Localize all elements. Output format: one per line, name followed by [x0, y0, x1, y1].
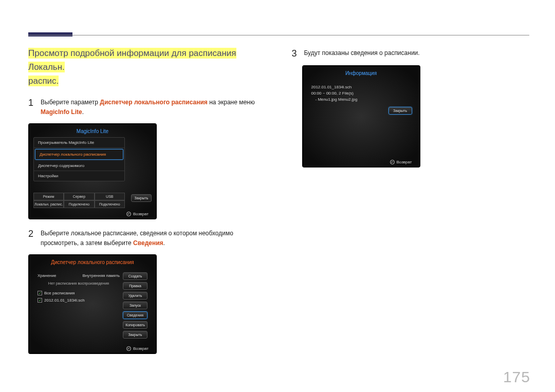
- panel1-item-player[interactable]: Проигрыватель MagicInfo Lite: [34, 138, 124, 148]
- panel3-footer: ↶ Возврат: [307, 158, 415, 164]
- page-number: 175: [503, 368, 530, 386]
- page-content: Просмотр подробной информации для распис…: [28, 46, 529, 371]
- step-1-text: Выберите параметр Диспетчер локального р…: [41, 98, 255, 117]
- status-header-usb: USB: [95, 193, 125, 200]
- panel2-all-schedules[interactable]: ✓ Все расписания: [38, 291, 120, 295]
- step-1-pre: Выберите параметр: [41, 99, 100, 106]
- step-3-number: 3: [292, 48, 304, 59]
- screenshot-local-schedule-manager: Диспетчер локального расписания Хранение…: [28, 254, 157, 354]
- panel1-status-table: Режим Сервер USB Локальн. распис. Подклю…: [33, 193, 125, 208]
- section-title-line1: Просмотр подробной информации для распис…: [28, 48, 236, 72]
- step-2-text: Выберите локальное расписание, сведения …: [41, 229, 266, 248]
- step-1-number: 1: [28, 98, 41, 117]
- header-accent-bar: [28, 32, 72, 36]
- panel2-empty-note: Нет расписания воспроизведения: [38, 281, 120, 286]
- return-icon: ↶: [126, 212, 131, 216]
- screenshot-information: Информация 2012.01.01_1834l.sch 00:00 ~ …: [302, 65, 420, 167]
- panel2-schedule-item[interactable]: ✓ 2012.01.01_1834l.sch: [38, 298, 120, 303]
- panel2-info-button[interactable]: Сведения: [123, 311, 147, 319]
- panel2-item-label: 2012.01.01_1834l.sch: [44, 298, 85, 303]
- panel1-item-content-manager[interactable]: Диспетчер содержимого: [34, 161, 124, 171]
- panel3-title: Информация: [307, 70, 415, 76]
- panel3-line3: - Menu1.jpg Menu2.jpg: [311, 97, 384, 103]
- step-1-post: .: [82, 108, 84, 116]
- status-header-server: Сервер: [64, 193, 94, 200]
- panel2-edit-button[interactable]: Правка: [123, 282, 147, 290]
- step-2-highlight: Сведения: [133, 239, 163, 247]
- checkbox-icon[interactable]: ✓: [38, 291, 42, 295]
- panel1-title: MagicInfo Lite: [33, 128, 152, 134]
- panel2-storage-label: Хранение: [38, 273, 56, 278]
- left-column: Просмотр подробной информации для распис…: [28, 46, 266, 371]
- status-value-usb: Подключено: [95, 200, 125, 208]
- panel2-run-button[interactable]: Запуск: [123, 302, 147, 309]
- panel3-info-text: 2012.01.01_1834l.sch 00:00 ~ 00:00, 2 Fi…: [310, 82, 385, 151]
- step-3: 3 Будут показаны сведения о расписании.: [292, 48, 530, 59]
- status-value-server: Подключено: [64, 200, 94, 208]
- panel2-storage-value: Внутренняя память: [83, 273, 120, 278]
- panel2-return-label[interactable]: Возврат: [133, 346, 149, 351]
- step-2-post: .: [163, 239, 165, 247]
- step-1-highlight: Диспетчер локального расписания: [100, 99, 208, 106]
- panel1-return-label[interactable]: Возврат: [133, 212, 149, 216]
- section-title-line2: распис.: [28, 76, 59, 86]
- panel3-return-label[interactable]: Возврат: [397, 160, 412, 164]
- step-1-highlight2: MagicInfo Lite: [41, 108, 82, 116]
- panel2-close-button[interactable]: Закрыть: [123, 331, 147, 339]
- section-title-wrap: Просмотр подробной информации для распис…: [28, 46, 266, 88]
- right-column: 3 Будут показаны сведения о расписании. …: [292, 46, 530, 371]
- step-3-text: Будут показаны сведения о расписании.: [304, 48, 420, 59]
- panel2-storage-row: Хранение Внутренняя память: [38, 272, 120, 279]
- panel1-close-button[interactable]: Закрыть: [131, 194, 152, 202]
- step-2: 2 Выберите локальное расписание, сведени…: [28, 229, 266, 248]
- panel3-line2: 00:00 ~ 00:00, 2 File(s): [311, 90, 384, 97]
- panel2-create-button[interactable]: Создать: [123, 272, 147, 280]
- panel1-menu: Проигрыватель MagicInfo Lite Диспетчер л…: [33, 137, 125, 181]
- step-1-mid: на экране меню: [208, 99, 255, 106]
- panel3-close-button[interactable]: Закрыть: [388, 107, 412, 115]
- step-2-number: 2: [28, 229, 41, 248]
- panel1-item-settings[interactable]: Настройки: [34, 171, 124, 181]
- header-rule: [28, 35, 529, 35]
- status-header-mode: Режим: [33, 193, 64, 200]
- return-icon: ↶: [390, 160, 395, 164]
- step-1: 1 Выберите параметр Диспетчер локального…: [28, 98, 266, 117]
- screenshot-magicinfo-lite: MagicInfo Lite Проигрыватель MagicInfo L…: [28, 123, 157, 219]
- checkbox-icon[interactable]: ✓: [38, 298, 42, 303]
- status-value-mode: Локальн. распис.: [33, 200, 64, 208]
- panel2-footer: ↶ Возврат: [33, 345, 152, 351]
- panel2-all-label: Все расписания: [44, 291, 75, 295]
- panel2-copy-button[interactable]: Копировать: [123, 321, 147, 329]
- panel3-line1: 2012.01.01_1834l.sch: [311, 84, 384, 90]
- panel1-item-local-schedule-manager[interactable]: Диспетчер локального расписания: [35, 149, 123, 160]
- return-icon: ↶: [126, 346, 131, 351]
- panel1-footer: ↶ Возврат: [33, 210, 152, 216]
- panel2-title: Диспетчер локального расписания: [33, 259, 152, 265]
- panel2-delete-button[interactable]: Удалить: [123, 292, 147, 300]
